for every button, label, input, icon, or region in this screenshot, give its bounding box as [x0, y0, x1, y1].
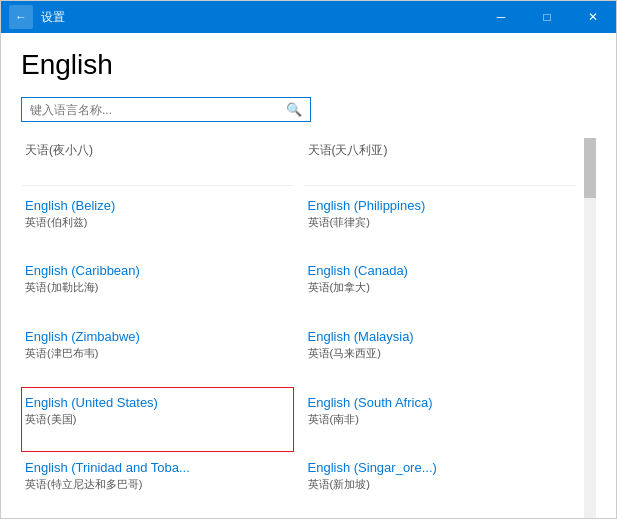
lang-subtitle: 英语(新加坡) [308, 477, 573, 492]
window: ← 设置 ─ □ ✕ English 🔍 天语(夜小八) 天语(天八利亚) En… [0, 0, 617, 519]
list-item[interactable]: English (Caribbean)英语(加勒比海) [21, 255, 294, 321]
list-item[interactable]: English (Malaysia)英语(马来西亚) [304, 321, 577, 387]
lang-name: English (Trinidad and Toba... [25, 460, 290, 475]
lang-name: English (United States) [25, 395, 290, 410]
scrollbar[interactable] [584, 138, 596, 518]
search-box[interactable]: 🔍 [21, 97, 311, 122]
lang-subtitle: 英语(南非) [308, 412, 573, 427]
minimize-button[interactable]: ─ [478, 1, 524, 33]
list-item[interactable]: English (Canada)英语(加拿大) [304, 255, 577, 321]
lang-subtitle: 英语(伯利兹) [25, 215, 290, 230]
list-item[interactable]: English (Belize)英语(伯利兹) [21, 190, 294, 256]
title-bar: ← 设置 ─ □ ✕ [1, 1, 616, 33]
lang-subtitle: 英语(马来西亚) [308, 346, 573, 361]
list-item[interactable]: English (Zimbabwe)英语(津巴布韦) [21, 321, 294, 387]
search-input[interactable] [30, 103, 286, 117]
lang-name: English (South Africa) [308, 395, 573, 410]
lang-name: English (Zimbabwe) [25, 329, 290, 344]
lang-name: English (Canada) [308, 263, 573, 278]
lang-name: English (Singar_ore...) [308, 460, 573, 475]
lang-name: English (Belize) [25, 198, 290, 213]
title-bar-title: 设置 [41, 9, 65, 26]
title-bar-left: ← 设置 [9, 5, 65, 29]
close-button[interactable]: ✕ [570, 1, 616, 33]
content-area: English 🔍 天语(夜小八) 天语(天八利亚) English (Beli… [1, 33, 616, 518]
title-bar-controls: ─ □ ✕ [478, 1, 616, 33]
lang-subtitle: 英语(美国) [25, 412, 290, 427]
top-item-right: 天语(天八利亚) [304, 138, 577, 186]
list-item[interactable]: English (Singar_ore...)英语(新加坡) [304, 452, 577, 518]
top-item-left: 天语(夜小八) [21, 138, 294, 186]
lang-subtitle: 英语(特立尼达和多巴哥) [25, 477, 290, 492]
list-item[interactable]: English (Philippines)英语(菲律宾) [304, 190, 577, 256]
lang-subtitle: 英语(加勒比海) [25, 280, 290, 295]
lang-name: English (Malaysia) [308, 329, 573, 344]
search-icon: 🔍 [286, 102, 302, 117]
list-area: 天语(夜小八) 天语(天八利亚) English (Belize)英语(伯利兹)… [21, 138, 596, 518]
list-item[interactable]: English (United States)英语(美国) [21, 387, 294, 453]
page-title: English [21, 49, 596, 81]
list-item[interactable]: English (South Africa)英语(南非) [304, 387, 577, 453]
list-item[interactable]: English (Trinidad and Toba...英语(特立尼达和多巴哥… [21, 452, 294, 518]
maximize-button[interactable]: □ [524, 1, 570, 33]
lang-name: English (Caribbean) [25, 263, 290, 278]
lang-subtitle: 英语(津巴布韦) [25, 346, 290, 361]
language-list: 天语(夜小八) 天语(天八利亚) English (Belize)英语(伯利兹)… [21, 138, 584, 518]
lang-subtitle: 英语(加拿大) [308, 280, 573, 295]
lang-name: English (Philippines) [308, 198, 573, 213]
back-button[interactable]: ← [9, 5, 33, 29]
scrollbar-thumb[interactable] [584, 138, 596, 198]
lang-subtitle: 英语(菲律宾) [308, 215, 573, 230]
